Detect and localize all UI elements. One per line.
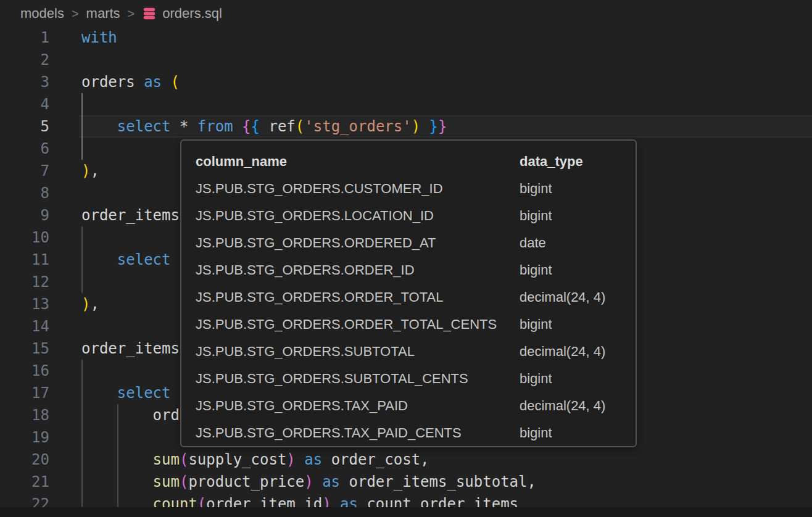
code-line[interactable]: 5 select * from {{ ref('stg_orders') }} [0, 115, 812, 138]
line-number: 13 [0, 293, 49, 315]
table-row: JS.PUB.STG_ORDERS.ORDER_IDbigint [196, 257, 624, 284]
indent-guide [81, 93, 83, 115]
code-text: order_items [81, 204, 180, 226]
indent-guide [81, 360, 83, 382]
indent-guide [81, 138, 83, 160]
line-number: 16 [0, 360, 49, 382]
column-name-cell: JS.PUB.STG_ORDERS.ORDER_TOTAL [196, 284, 520, 311]
column-name-cell: JS.PUB.STG_ORDERS.CUSTOMER_ID [196, 175, 520, 202]
breadcrumb-item-marts[interactable]: marts [86, 6, 120, 22]
line-number: 18 [0, 404, 49, 426]
indent-guide [81, 226, 83, 249]
table-column-header: data_type [520, 148, 624, 175]
table-row: JS.PUB.STG_ORDERS.SUBTOTAL_CENTSbigint [196, 365, 624, 392]
column-name-cell: JS.PUB.STG_ORDERS.LOCATION_ID [196, 202, 520, 230]
breadcrumb-separator-icon: > [128, 7, 135, 21]
code-text: select [81, 249, 171, 271]
data-type-cell: bigint [520, 420, 624, 447]
line-number: 20 [0, 449, 49, 471]
line-number: 7 [0, 160, 49, 182]
code-text: orders as ( [81, 71, 180, 93]
data-type-cell: bigint [520, 311, 624, 338]
table-row: JS.PUB.STG_ORDERS.SUBTOTALdecimal(24, 4) [196, 338, 624, 365]
column-name-cell: JS.PUB.STG_ORDERS.SUBTOTAL [196, 338, 520, 365]
breadcrumb: models > marts > orders.sql [0, 0, 812, 27]
code-line[interactable]: 3orders as ( [0, 71, 812, 93]
line-number: 8 [0, 182, 49, 204]
data-type-cell: decimal(24, 4) [520, 392, 624, 420]
column-name-cell: JS.PUB.STG_ORDERS.ORDER_ID [196, 257, 520, 284]
line-number: 6 [0, 138, 49, 160]
indent-guide [117, 426, 118, 449]
table-row: JS.PUB.STG_ORDERS.ORDERED_ATdate [196, 230, 624, 257]
table-row: JS.PUB.STG_ORDERS.ORDER_TOTAL_CENTSbigin… [196, 311, 624, 338]
line-number: 15 [0, 337, 49, 360]
data-type-cell: bigint [520, 257, 624, 284]
database-icon [142, 6, 157, 21]
code-text: sum(supply_cost) as order_cost, [81, 449, 429, 471]
line-number: 12 [0, 271, 49, 293]
hover-popup: column_namedata_type JS.PUB.STG_ORDERS.C… [180, 139, 637, 447]
line-number: 4 [0, 93, 49, 115]
line-number: 19 [0, 426, 49, 449]
table-row: JS.PUB.STG_ORDERS.LOCATION_IDbigint [196, 202, 624, 230]
table-row: JS.PUB.STG_ORDERS.TAX_PAID_CENTSbigint [196, 420, 624, 447]
data-type-cell: date [520, 230, 624, 257]
line-number: 2 [0, 49, 49, 71]
code-text: ), [81, 293, 99, 315]
line-number: 1 [0, 27, 49, 49]
table-column-header: column_name [196, 148, 520, 175]
breadcrumb-item-models[interactable]: models [20, 6, 64, 22]
code-text: ), [81, 160, 99, 182]
line-number: 5 [0, 115, 49, 138]
data-type-cell: bigint [520, 202, 624, 230]
column-name-cell: JS.PUB.STG_ORDERS.ORDERED_AT [196, 230, 520, 257]
line-number: 10 [0, 226, 49, 249]
line-number: 9 [0, 204, 49, 226]
code-text: order_items [81, 337, 180, 360]
code-text: select [81, 382, 171, 404]
breadcrumb-file[interactable]: orders.sql [162, 6, 222, 22]
line-number: 21 [0, 471, 49, 493]
breadcrumb-separator-icon: > [72, 7, 79, 21]
code-line[interactable]: 2 [0, 49, 812, 71]
code-line[interactable]: 20 sum(supply_cost) as order_cost, [0, 449, 812, 471]
data-type-cell: decimal(24, 4) [520, 338, 624, 365]
table-row: JS.PUB.STG_ORDERS.CUSTOMER_IDbigint [196, 175, 624, 202]
indent-guide [81, 426, 83, 449]
column-name-cell: JS.PUB.STG_ORDERS.TAX_PAID_CENTS [196, 420, 520, 447]
bottom-strip [0, 507, 812, 517]
data-type-cell: decimal(24, 4) [520, 284, 624, 311]
column-name-cell: JS.PUB.STG_ORDERS.TAX_PAID [196, 392, 520, 420]
code-line[interactable]: 21 sum(product_price) as order_items_sub… [0, 471, 812, 493]
code-line[interactable]: 4 [0, 93, 812, 115]
code-text: sum(product_price) as order_items_subtot… [81, 471, 536, 493]
line-number: 11 [0, 249, 49, 271]
code-text: with [81, 27, 117, 49]
line-number: 17 [0, 382, 49, 404]
data-type-cell: bigint [520, 175, 624, 202]
table-header-row: column_namedata_type [196, 148, 624, 175]
column-metadata-table: column_namedata_type JS.PUB.STG_ORDERS.C… [196, 148, 624, 447]
code-text: ord [81, 404, 180, 426]
line-number: 3 [0, 71, 49, 93]
column-name-cell: JS.PUB.STG_ORDERS.ORDER_TOTAL_CENTS [196, 311, 520, 338]
indent-guide [81, 271, 83, 293]
code-line[interactable]: 1with [0, 27, 812, 49]
table-row: JS.PUB.STG_ORDERS.TAX_PAIDdecimal(24, 4) [196, 392, 624, 420]
table-row: JS.PUB.STG_ORDERS.ORDER_TOTALdecimal(24,… [196, 284, 624, 311]
line-number: 14 [0, 315, 49, 337]
editor-window: models > marts > orders.sql 1with23order… [0, 0, 812, 517]
code-text: select * from {{ ref('stg_orders') }} [81, 115, 447, 138]
column-name-cell: JS.PUB.STG_ORDERS.SUBTOTAL_CENTS [196, 365, 520, 392]
data-type-cell: bigint [520, 365, 624, 392]
